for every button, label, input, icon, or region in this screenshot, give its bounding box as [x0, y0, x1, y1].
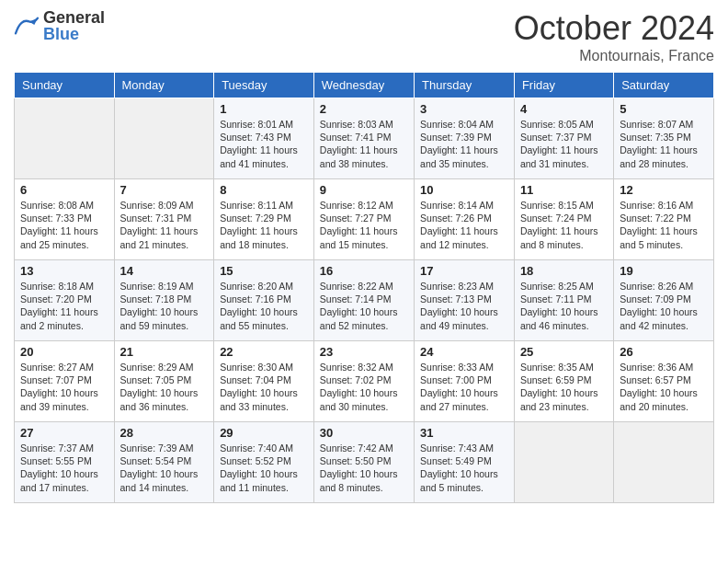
calendar-cell: 12Sunrise: 8:16 AMSunset: 7:22 PMDayligh…: [614, 179, 714, 260]
calendar-cell: 6Sunrise: 8:08 AMSunset: 7:33 PMDaylight…: [15, 179, 115, 260]
day-info: Sunrise: 8:12 AMSunset: 7:27 PMDaylight:…: [320, 199, 408, 251]
day-number: 18: [520, 264, 608, 278]
calendar-cell: 2Sunrise: 8:03 AMSunset: 7:41 PMDaylight…: [313, 98, 414, 179]
day-info: Sunrise: 8:33 AMSunset: 7:00 PMDaylight:…: [420, 361, 508, 413]
day-number: 7: [120, 183, 209, 197]
weekday-header-cell: Saturday: [614, 73, 714, 98]
day-info: Sunrise: 8:19 AMSunset: 7:18 PMDaylight:…: [120, 280, 209, 332]
calendar-cell: 18Sunrise: 8:25 AMSunset: 7:11 PMDayligh…: [514, 260, 613, 341]
calendar-cell: 22Sunrise: 8:30 AMSunset: 7:04 PMDayligh…: [214, 341, 314, 422]
calendar-cell: 9Sunrise: 8:12 AMSunset: 7:27 PMDaylight…: [313, 179, 414, 260]
day-number: 29: [220, 426, 308, 440]
day-number: 17: [420, 264, 508, 278]
day-info: Sunrise: 8:07 AMSunset: 7:35 PMDaylight:…: [620, 118, 708, 170]
calendar-cell: 25Sunrise: 8:35 AMSunset: 6:59 PMDayligh…: [514, 341, 613, 422]
day-number: 12: [620, 183, 708, 197]
day-info: Sunrise: 8:11 AMSunset: 7:29 PMDaylight:…: [220, 199, 308, 251]
calendar-cell: 20Sunrise: 8:27 AMSunset: 7:07 PMDayligh…: [15, 341, 115, 422]
page-header: General Blue October 2024 Montournais, F…: [14, 9, 714, 64]
day-number: 26: [620, 345, 708, 359]
day-number: 10: [420, 183, 508, 197]
calendar-cell: 15Sunrise: 8:20 AMSunset: 7:16 PMDayligh…: [214, 260, 314, 341]
calendar-cell: 31Sunrise: 7:43 AMSunset: 5:49 PMDayligh…: [415, 422, 515, 503]
logo-general: General: [43, 9, 105, 26]
calendar-cell: 13Sunrise: 8:18 AMSunset: 7:20 PMDayligh…: [15, 260, 115, 341]
calendar-cell: 21Sunrise: 8:29 AMSunset: 7:05 PMDayligh…: [114, 341, 214, 422]
day-info: Sunrise: 8:08 AMSunset: 7:33 PMDaylight:…: [20, 199, 108, 251]
day-number: 6: [20, 183, 108, 197]
day-info: Sunrise: 8:03 AMSunset: 7:41 PMDaylight:…: [320, 118, 408, 170]
title-block: October 2024 Montournais, France: [514, 9, 714, 64]
logo-icon: [14, 15, 40, 37]
day-info: Sunrise: 8:25 AMSunset: 7:11 PMDaylight:…: [520, 280, 608, 332]
day-number: 21: [120, 345, 209, 359]
day-number: 20: [20, 345, 108, 359]
day-number: 30: [320, 426, 408, 440]
day-number: 27: [20, 426, 108, 440]
weekday-header-cell: Tuesday: [214, 73, 314, 98]
calendar-week-row: 1Sunrise: 8:01 AMSunset: 7:43 PMDaylight…: [15, 98, 714, 179]
calendar-cell: 4Sunrise: 8:05 AMSunset: 7:37 PMDaylight…: [514, 98, 613, 179]
calendar-cell: 14Sunrise: 8:19 AMSunset: 7:18 PMDayligh…: [114, 260, 214, 341]
day-info: Sunrise: 8:32 AMSunset: 7:02 PMDaylight:…: [320, 361, 408, 413]
calendar-cell: 19Sunrise: 8:26 AMSunset: 7:09 PMDayligh…: [614, 260, 714, 341]
day-number: 11: [520, 183, 608, 197]
day-number: 1: [220, 102, 308, 116]
calendar-cell: 27Sunrise: 7:37 AMSunset: 5:55 PMDayligh…: [15, 422, 115, 503]
calendar-week-row: 13Sunrise: 8:18 AMSunset: 7:20 PMDayligh…: [15, 260, 714, 341]
calendar-cell: 30Sunrise: 7:42 AMSunset: 5:50 PMDayligh…: [313, 422, 414, 503]
day-number: 16: [320, 264, 408, 278]
day-number: 19: [620, 264, 708, 278]
calendar-cell: [614, 422, 714, 503]
weekday-header-row: SundayMondayTuesdayWednesdayThursdayFrid…: [15, 73, 714, 98]
calendar-cell: 28Sunrise: 7:39 AMSunset: 5:54 PMDayligh…: [114, 422, 214, 503]
calendar-cell: 3Sunrise: 8:04 AMSunset: 7:39 PMDaylight…: [415, 98, 515, 179]
day-number: 2: [320, 102, 408, 116]
day-number: 9: [320, 183, 408, 197]
calendar-cell: 16Sunrise: 8:22 AMSunset: 7:14 PMDayligh…: [313, 260, 414, 341]
month-title: October 2024: [514, 9, 714, 48]
calendar-cell: 10Sunrise: 8:14 AMSunset: 7:26 PMDayligh…: [415, 179, 515, 260]
calendar-body: 1Sunrise: 8:01 AMSunset: 7:43 PMDaylight…: [15, 98, 714, 503]
day-info: Sunrise: 7:42 AMSunset: 5:50 PMDaylight:…: [320, 442, 408, 494]
day-number: 23: [320, 345, 408, 359]
calendar-cell: 8Sunrise: 8:11 AMSunset: 7:29 PMDaylight…: [214, 179, 314, 260]
calendar-week-row: 6Sunrise: 8:08 AMSunset: 7:33 PMDaylight…: [15, 179, 714, 260]
day-info: Sunrise: 8:16 AMSunset: 7:22 PMDaylight:…: [620, 199, 708, 251]
calendar-cell: 11Sunrise: 8:15 AMSunset: 7:24 PMDayligh…: [514, 179, 613, 260]
day-info: Sunrise: 8:14 AMSunset: 7:26 PMDaylight:…: [420, 199, 508, 251]
calendar-cell: 26Sunrise: 8:36 AMSunset: 6:57 PMDayligh…: [614, 341, 714, 422]
day-info: Sunrise: 7:43 AMSunset: 5:49 PMDaylight:…: [420, 442, 508, 494]
calendar-cell: 17Sunrise: 8:23 AMSunset: 7:13 PMDayligh…: [415, 260, 515, 341]
day-info: Sunrise: 8:01 AMSunset: 7:43 PMDaylight:…: [220, 118, 308, 170]
day-info: Sunrise: 7:40 AMSunset: 5:52 PMDaylight:…: [220, 442, 308, 494]
day-info: Sunrise: 8:09 AMSunset: 7:31 PMDaylight:…: [120, 199, 209, 251]
logo-text: General Blue: [43, 9, 105, 42]
calendar: SundayMondayTuesdayWednesdayThursdayFrid…: [14, 72, 714, 503]
weekday-header-cell: Wednesday: [313, 73, 414, 98]
day-number: 31: [420, 426, 508, 440]
day-number: 22: [220, 345, 308, 359]
day-info: Sunrise: 8:20 AMSunset: 7:16 PMDaylight:…: [220, 280, 308, 332]
calendar-cell: 5Sunrise: 8:07 AMSunset: 7:35 PMDaylight…: [614, 98, 714, 179]
calendar-cell: 7Sunrise: 8:09 AMSunset: 7:31 PMDaylight…: [114, 179, 214, 260]
day-info: Sunrise: 8:23 AMSunset: 7:13 PMDaylight:…: [420, 280, 508, 332]
calendar-cell: 23Sunrise: 8:32 AMSunset: 7:02 PMDayligh…: [313, 341, 414, 422]
calendar-cell: 24Sunrise: 8:33 AMSunset: 7:00 PMDayligh…: [415, 341, 515, 422]
day-number: 24: [420, 345, 508, 359]
calendar-week-row: 27Sunrise: 7:37 AMSunset: 5:55 PMDayligh…: [15, 422, 714, 503]
calendar-week-row: 20Sunrise: 8:27 AMSunset: 7:07 PMDayligh…: [15, 341, 714, 422]
day-number: 3: [420, 102, 508, 116]
weekday-header-cell: Monday: [114, 73, 214, 98]
day-info: Sunrise: 7:37 AMSunset: 5:55 PMDaylight:…: [20, 442, 108, 494]
day-info: Sunrise: 8:36 AMSunset: 6:57 PMDaylight:…: [620, 361, 708, 413]
day-info: Sunrise: 8:04 AMSunset: 7:39 PMDaylight:…: [420, 118, 508, 170]
day-info: Sunrise: 8:22 AMSunset: 7:14 PMDaylight:…: [320, 280, 408, 332]
day-info: Sunrise: 8:30 AMSunset: 7:04 PMDaylight:…: [220, 361, 308, 413]
logo-blue: Blue: [43, 26, 105, 42]
logo: General Blue: [14, 9, 105, 42]
day-number: 4: [520, 102, 608, 116]
day-number: 13: [20, 264, 108, 278]
calendar-cell: [15, 98, 115, 179]
day-number: 28: [120, 426, 209, 440]
